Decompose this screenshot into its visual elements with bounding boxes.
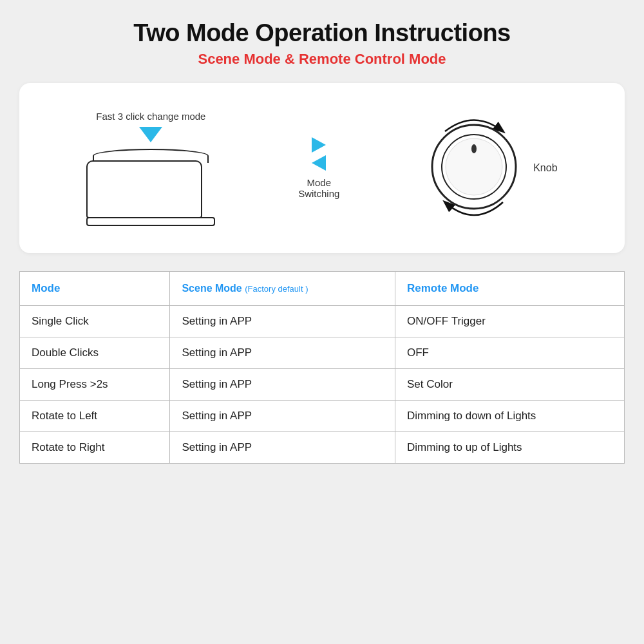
cell-remote: Set Color: [395, 369, 625, 401]
cell-scene: Setting in APP: [170, 401, 395, 432]
cell-mode: Rotate to Left: [20, 401, 170, 432]
device-section: Fast 3 click change mode: [86, 111, 215, 226]
cell-scene: Setting in APP: [170, 306, 395, 337]
page-subtitle: Scene Mode & Remote Control Mode: [198, 51, 446, 68]
diagram-box: Fast 3 click change mode ModeSwitching: [19, 83, 625, 253]
arrow-right-icon: [312, 137, 326, 153]
svg-point-3: [471, 144, 477, 153]
switch-label: ModeSwitching: [298, 177, 339, 199]
cell-scene: Setting in APP: [170, 337, 395, 369]
device-illustration: [86, 160, 215, 226]
cell-remote: ON/OFF Trigger: [395, 306, 625, 337]
table-row: Single ClickSetting in APPON/OFF Trigger: [20, 306, 625, 337]
knob-illustration: [422, 102, 526, 234]
table-container: Mode Scene Mode (Factory default ) Remot…: [19, 271, 625, 464]
mode-switch-section: ModeSwitching: [298, 137, 339, 199]
cell-mode: Single Click: [20, 306, 170, 337]
knob-svg: [422, 102, 526, 231]
knob-label: Knob: [533, 162, 557, 174]
cell-mode: Double Clicks: [20, 337, 170, 369]
cell-mode: Rotate to Right: [20, 432, 170, 464]
table-row: Long Press >2sSetting in APPSet Color: [20, 369, 625, 401]
page-title: Two Mode Operation Instructions: [133, 19, 510, 47]
device-base: [86, 217, 215, 226]
modes-table: Mode Scene Mode (Factory default ) Remot…: [19, 271, 625, 464]
cell-remote: OFF: [395, 337, 625, 369]
cell-scene: Setting in APP: [170, 369, 395, 401]
cell-mode: Long Press >2s: [20, 369, 170, 401]
device-body: [86, 160, 202, 218]
col-header-remote: Remote Mode: [395, 272, 625, 306]
table-row: Rotate to RightSetting in APPDimming to …: [20, 432, 625, 464]
arrow-left-icon: [312, 155, 326, 171]
page: Two Mode Operation Instructions Scene Mo…: [0, 0, 644, 644]
cell-remote: Dimming to up of Lights: [395, 432, 625, 464]
table-header-row: Mode Scene Mode (Factory default ) Remot…: [20, 272, 625, 306]
table-body: Single ClickSetting in APPON/OFF Trigger…: [20, 306, 625, 464]
cell-remote: Dimming to down of Lights: [395, 401, 625, 432]
col-header-mode: Mode: [20, 272, 170, 306]
down-arrow-icon: [139, 127, 162, 142]
table-row: Double ClicksSetting in APPOFF: [20, 337, 625, 369]
cell-scene: Setting in APP: [170, 432, 395, 464]
click-label: Fast 3 click change mode: [96, 111, 205, 122]
switch-arrows: [312, 137, 326, 171]
table-row: Rotate to LeftSetting in APPDimming to d…: [20, 401, 625, 432]
knob-section: Knob: [422, 102, 557, 234]
col-header-scene: Scene Mode (Factory default ): [170, 272, 395, 306]
